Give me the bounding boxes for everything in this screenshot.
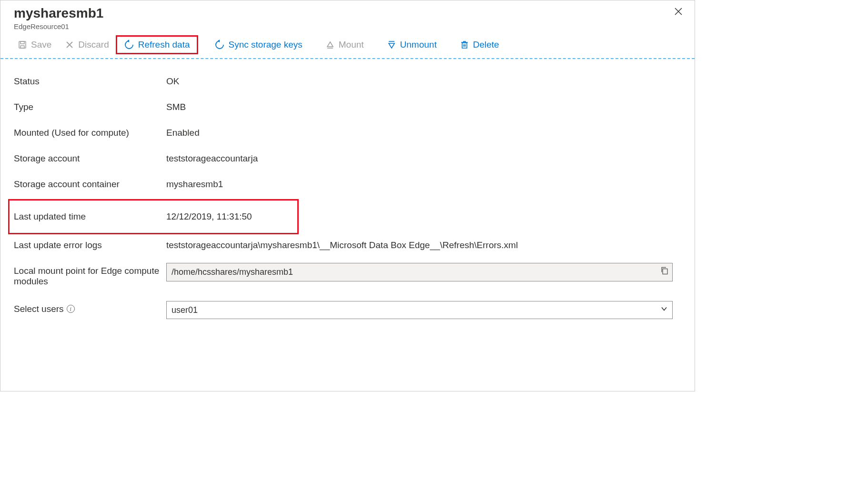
svg-rect-10 xyxy=(663,269,667,274)
select-users-dropdown[interactable]: user01 xyxy=(166,301,673,319)
page-title: mysharesmb1 xyxy=(14,5,681,21)
row-mount-point: Local mount point for Edge compute modul… xyxy=(14,260,681,290)
row-last-updated: Last updated time 12/12/2019, 11:31:50 xyxy=(8,199,299,234)
select-users-text: Select users xyxy=(14,304,64,314)
close-button[interactable] xyxy=(671,5,686,19)
value-mounted: Enabled xyxy=(166,125,681,138)
row-select-users: Select users i user01 xyxy=(14,298,681,324)
save-button[interactable]: Save xyxy=(11,37,58,53)
discard-label: Discard xyxy=(78,40,109,50)
svg-rect-1 xyxy=(20,41,24,44)
label-last-updated: Last updated time xyxy=(14,211,166,222)
refresh-label: Refresh data xyxy=(138,40,190,50)
refresh-data-button[interactable]: Refresh data xyxy=(116,35,198,54)
value-last-updated: 12/12/2019, 11:31:50 xyxy=(166,211,297,222)
svg-rect-2 xyxy=(20,46,24,48)
value-storage-account: teststorageaccountarja xyxy=(166,150,681,164)
mount-label: Mount xyxy=(339,40,364,50)
label-mount-point: Local mount point for Edge compute modul… xyxy=(14,263,166,287)
delete-label: Delete xyxy=(473,40,499,50)
close-icon xyxy=(674,7,683,16)
label-select-users: Select users i xyxy=(14,301,166,314)
page-subtitle: EdgeResource01 xyxy=(14,22,681,30)
svg-rect-0 xyxy=(19,41,26,48)
save-icon xyxy=(18,40,27,50)
label-status: Status xyxy=(14,73,166,87)
label-mounted: Mounted (Used for compute) xyxy=(14,125,166,138)
copy-icon xyxy=(660,267,669,275)
mount-icon xyxy=(325,40,335,50)
value-status: OK xyxy=(166,73,681,87)
save-label: Save xyxy=(31,40,51,50)
refresh-icon xyxy=(124,40,134,50)
sync-label: Sync storage keys xyxy=(229,40,303,50)
unmount-icon xyxy=(387,40,396,50)
value-type: SMB xyxy=(166,99,681,112)
row-mounted: Mounted (Used for compute) Enabled xyxy=(14,122,681,148)
mount-button[interactable]: Mount xyxy=(319,37,371,53)
row-storage-account: Storage account teststorageaccountarja xyxy=(14,148,681,173)
row-error-logs: Last update error logs teststorageaccoun… xyxy=(14,234,681,260)
discard-button[interactable]: Discard xyxy=(58,37,115,53)
share-details-blade: mysharesmb1 EdgeResource01 Save Discard … xyxy=(0,0,695,391)
sync-icon xyxy=(214,40,225,50)
details-content: Status OK Type SMB Mounted (Used for com… xyxy=(0,59,695,335)
mount-point-input[interactable] xyxy=(166,263,673,281)
command-bar: Save Discard Refresh data Sync storage k… xyxy=(0,32,695,59)
mount-point-field xyxy=(166,263,673,281)
row-storage-container: Storage account container mysharesmb1 xyxy=(14,173,681,199)
row-type: Type SMB xyxy=(14,96,681,122)
label-error-logs: Last update error logs xyxy=(14,237,166,250)
discard-icon xyxy=(65,40,74,50)
select-users-wrap: user01 xyxy=(166,301,673,319)
unmount-label: Unmount xyxy=(400,40,437,50)
copy-button[interactable] xyxy=(660,267,669,278)
delete-icon xyxy=(460,40,469,50)
blade-header: mysharesmb1 EdgeResource01 xyxy=(0,0,695,32)
row-status: Status OK xyxy=(14,70,681,96)
label-storage-container: Storage account container xyxy=(14,176,166,190)
delete-button[interactable]: Delete xyxy=(453,37,506,53)
unmount-button[interactable]: Unmount xyxy=(380,37,444,53)
label-type: Type xyxy=(14,99,166,112)
value-storage-container: mysharesmb1 xyxy=(166,176,681,190)
sync-storage-keys-button[interactable]: Sync storage keys xyxy=(208,37,309,53)
label-storage-account: Storage account xyxy=(14,150,166,164)
value-error-logs: teststorageaccountarja\mysharesmb1\__Mic… xyxy=(166,237,681,250)
info-icon[interactable]: i xyxy=(67,305,75,313)
